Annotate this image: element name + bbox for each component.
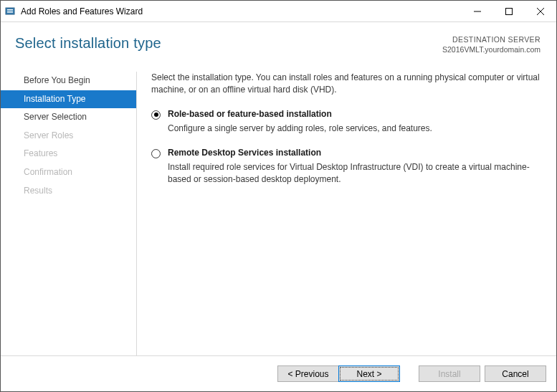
- step-installation-type[interactable]: Installation Type: [1, 90, 136, 109]
- next-button[interactable]: Next >: [338, 365, 400, 382]
- app-icon: [5, 6, 16, 17]
- svg-rect-2: [7, 11, 13, 13]
- step-server-selection[interactable]: Server Selection: [1, 108, 136, 127]
- previous-button[interactable]: < Previous: [277, 365, 339, 382]
- option-role-based-title: Role-based or feature-based installation: [168, 109, 332, 119]
- step-features: Features: [1, 145, 136, 163]
- destination-label: DESTINATION SERVER: [442, 35, 541, 45]
- svg-line-6: [537, 8, 544, 15]
- wizard-window: Add Roles and Features Wizard Select ins…: [0, 0, 557, 392]
- option-role-based-desc: Configure a single server by adding role…: [168, 123, 541, 135]
- maximize-button[interactable]: [493, 1, 525, 21]
- option-rds-title: Remote Desktop Services installation: [168, 148, 321, 158]
- svg-line-5: [537, 8, 544, 15]
- radio-role-based[interactable]: [151, 110, 161, 120]
- option-role-based[interactable]: Role-based or feature-based installation: [151, 109, 541, 120]
- sidebar: Before You Begin Installation Type Serve…: [1, 72, 137, 355]
- option-rds-desc: Install required role services for Virtu…: [168, 161, 541, 186]
- svg-rect-0: [6, 8, 14, 14]
- titlebar: Add Roles and Features Wizard: [1, 1, 556, 22]
- svg-rect-4: [506, 8, 513, 14]
- destination-server-name: S2016VMLT.yourdomain.com: [442, 45, 541, 55]
- cancel-button[interactable]: Cancel: [485, 365, 546, 382]
- minimize-button[interactable]: [462, 1, 493, 21]
- window-controls: [462, 1, 556, 21]
- nav-button-group: < Previous Next >: [277, 365, 400, 382]
- content: Select the installation type. You can in…: [137, 72, 556, 355]
- step-before-you-begin[interactable]: Before You Begin: [1, 72, 136, 90]
- svg-rect-1: [7, 9, 13, 11]
- step-results: Results: [1, 182, 136, 201]
- destination-block: DESTINATION SERVER S2016VMLT.yourdomain.…: [442, 35, 541, 54]
- step-server-roles: Server Roles: [1, 127, 136, 145]
- radio-rds[interactable]: [151, 149, 161, 158]
- close-button[interactable]: [525, 1, 556, 21]
- body: Before You Begin Installation Type Serve…: [1, 62, 556, 355]
- window-title: Add Roles and Features Wizard: [21, 6, 143, 16]
- intro-text: Select the installation type. You can in…: [151, 72, 541, 96]
- page-title: Select installation type: [15, 35, 161, 52]
- option-rds[interactable]: Remote Desktop Services installation: [151, 148, 541, 158]
- header: Select installation type DESTINATION SER…: [1, 22, 556, 62]
- install-button: Install: [419, 365, 480, 382]
- step-confirmation: Confirmation: [1, 163, 136, 182]
- footer: < Previous Next > Install Cancel: [1, 355, 556, 391]
